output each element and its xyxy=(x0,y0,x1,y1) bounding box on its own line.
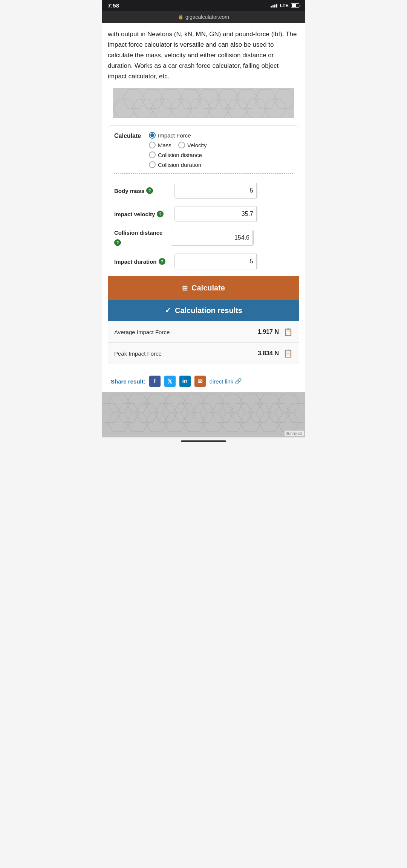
radio-circle-coll-dur[interactable] xyxy=(149,161,156,168)
radio-circle-velocity[interactable] xyxy=(178,142,185,148)
body-mass-unit[interactable]: oz ▾ xyxy=(256,183,257,198)
peak-impact-value: 3.834 N xyxy=(258,350,279,357)
radio-row-impact: Impact Force xyxy=(149,132,207,139)
impact-velocity-label: Impact velocity ? xyxy=(114,211,171,217)
email-share-button[interactable]: ✉ xyxy=(194,376,206,387)
impact-duration-input[interactable] xyxy=(175,254,256,269)
radio-group: Impact Force Mass Velocity xyxy=(149,132,207,168)
radio-label-velocity: Velocity xyxy=(187,142,207,148)
calculator-icon: ⊞ xyxy=(182,284,188,292)
url-bar[interactable]: 🔒 gigacalculator.com xyxy=(102,11,305,23)
link-icon: 🔗 xyxy=(235,378,242,385)
body-mass-input[interactable] xyxy=(175,183,256,198)
results-header: ✓ Calculation results xyxy=(108,300,299,321)
radio-row-collision-dist: Collision distance xyxy=(149,151,207,158)
impact-duration-help-icon[interactable]: ? xyxy=(159,258,165,265)
radio-circle-impact[interactable] xyxy=(149,132,156,139)
body-mass-input-control: oz ▾ xyxy=(174,183,257,199)
linkedin-share-button[interactable]: in xyxy=(179,376,191,387)
ad-banner-top xyxy=(113,88,294,118)
collision-distance-label: Collision distance ? xyxy=(114,229,167,246)
radio-label-coll-dur: Collision duration xyxy=(158,162,201,168)
radio-label-mass: Mass xyxy=(158,142,171,148)
status-right: LTE xyxy=(271,3,299,8)
radio-circle-coll-dist[interactable] xyxy=(149,151,156,158)
radio-label-impact: Impact Force xyxy=(158,132,191,139)
intro-text: with output in Newtons (N, kN, MN, GN) a… xyxy=(108,29,299,82)
collision-distance-input[interactable] xyxy=(171,230,252,245)
average-impact-label: Average Impact Force xyxy=(114,329,170,335)
page-content: with output in Newtons (N, kN, MN, GN) a… xyxy=(102,23,305,392)
impact-velocity-input-control: m/s ▾ xyxy=(174,206,257,222)
signal-bars-icon xyxy=(271,4,277,8)
copy-icon-peak[interactable]: 📋 xyxy=(283,349,293,358)
radio-row-mass-velocity: Mass Velocity xyxy=(149,142,207,148)
impact-duration-row: Impact duration ? sec ▾ xyxy=(108,250,299,273)
home-bar xyxy=(102,437,305,447)
share-row: Share result: f 𝕏 in ✉ direct link 🔗 xyxy=(108,370,299,392)
direct-link-button[interactable]: direct link 🔗 xyxy=(210,378,242,385)
network-label: LTE xyxy=(280,3,289,8)
results-title: Calculation results xyxy=(175,306,242,315)
twitter-share-button[interactable]: 𝕏 xyxy=(164,376,176,387)
share-label: Share result: xyxy=(111,378,145,385)
copy-icon-avg[interactable]: 📋 xyxy=(283,327,293,336)
calculate-button[interactable]: ⊞ Calculate xyxy=(108,276,299,300)
radio-label-coll-dist: Collision distance xyxy=(158,152,202,158)
radio-collision-distance[interactable]: Collision distance xyxy=(149,151,202,158)
radio-impact-force[interactable]: Impact Force xyxy=(149,132,191,139)
collision-distance-help-icon[interactable]: ? xyxy=(114,239,121,246)
impact-duration-unit[interactable]: sec ▾ xyxy=(256,254,257,269)
section-divider xyxy=(114,173,293,174)
battery-icon xyxy=(291,3,299,8)
impact-velocity-unit[interactable]: m/s ▾ xyxy=(256,206,257,222)
url-text: gigacalculator.com xyxy=(185,14,229,20)
body-mass-row: Body mass ? oz ▾ xyxy=(108,179,299,202)
watermark: ifunny.co xyxy=(285,431,304,436)
impact-duration-label: Impact duration ? xyxy=(114,258,171,265)
calculate-label: Calculate xyxy=(114,132,144,139)
calculator-card: Calculate Impact Force Mass xyxy=(108,125,299,364)
calculate-row: Calculate Impact Force Mass xyxy=(108,126,299,168)
radio-collision-duration[interactable]: Collision duration xyxy=(149,161,201,168)
lock-icon: 🔒 xyxy=(178,14,184,20)
impact-velocity-help-icon[interactable]: ? xyxy=(157,211,164,217)
average-impact-right: 1.917 N 📋 xyxy=(258,327,293,336)
impact-velocity-row: Impact velocity ? m/s ▾ xyxy=(108,202,299,226)
peak-impact-label: Peak Impact Force xyxy=(114,350,162,357)
body-mass-help-icon[interactable]: ? xyxy=(146,187,153,194)
peak-impact-right: 3.834 N 📋 xyxy=(258,349,293,358)
radio-velocity[interactable]: Velocity xyxy=(178,142,207,148)
time-display: 7:58 xyxy=(108,2,119,9)
radio-row-collision-dur: Collision duration xyxy=(149,161,207,168)
average-impact-row: Average Impact Force 1.917 N 📋 xyxy=(108,321,299,342)
home-indicator xyxy=(181,440,226,442)
radio-mass[interactable]: Mass xyxy=(149,142,171,148)
svg-rect-19 xyxy=(102,392,305,437)
body-mass-label: Body mass ? xyxy=(114,187,171,194)
collision-distance-unit[interactable]: ft ▾ xyxy=(252,230,254,245)
checkmark-icon: ✓ xyxy=(165,306,171,315)
ad-banner-bottom: ifunny.co xyxy=(102,392,305,437)
status-bar: 7:58 LTE xyxy=(102,0,305,11)
peak-impact-row: Peak Impact Force 3.834 N 📋 xyxy=(108,342,299,364)
collision-distance-row: Collision distance ? ft ▾ xyxy=(108,226,299,250)
calculate-button-label: Calculate xyxy=(191,284,225,292)
impact-duration-input-control: sec ▾ xyxy=(174,254,257,269)
radio-circle-mass[interactable] xyxy=(149,142,156,148)
impact-velocity-input[interactable] xyxy=(175,206,256,222)
facebook-share-button[interactable]: f xyxy=(149,376,161,387)
collision-distance-input-control: ft ▾ xyxy=(171,230,254,246)
average-impact-value: 1.917 N xyxy=(258,329,279,335)
